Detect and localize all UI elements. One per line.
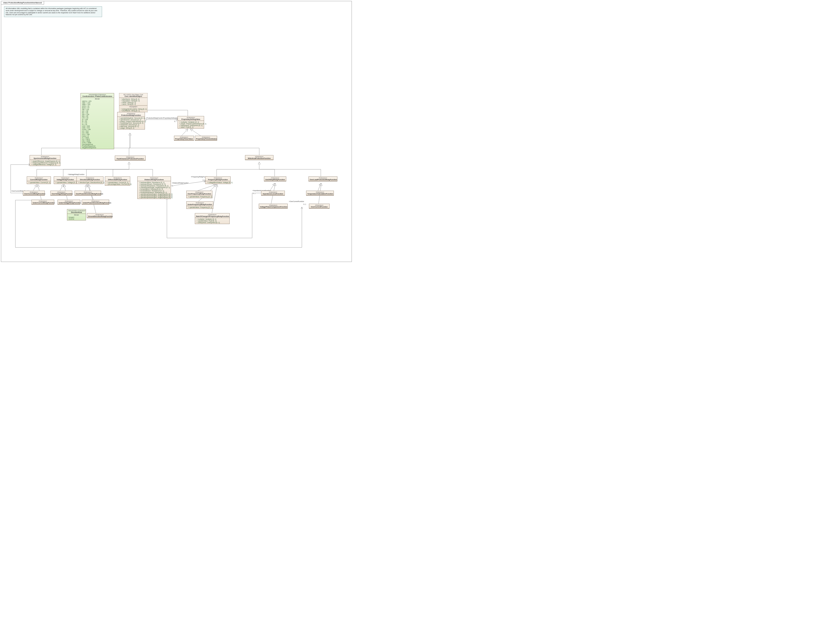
role-psv: +ProprietarySettingValue (162, 117, 180, 119)
mult-psv: 0..* (174, 120, 177, 122)
class-grounddirectionrelayfunction[interactable]: «Extension»GroundDirectionRelayFunction (87, 213, 112, 218)
class-phasecodeextension[interactable]: «enumeration,Extension»CoreExtension::Ph… (81, 93, 114, 149)
class-proprietarysettingvalue[interactable]: «Extension»ProprietarySettingValue + mul… (178, 116, 204, 129)
class-overcurrentfunction[interactable]: «Extension»OverCurrentFunction (309, 204, 330, 209)
role-prf: +ProtectionRelayFunction (145, 117, 164, 119)
class-proprietarytimervalue[interactable]: «Extension»ProprietaryTimerValue (174, 136, 194, 141)
class-voltagerelayfunction[interactable]: «Extension»VoltageRelayFunction + operat… (54, 177, 77, 184)
mult-ocf: 0..1 (303, 204, 306, 205)
class-overvoltagerelayfunction[interactable]: «Extension»OverVoltageRelayFunction (51, 191, 72, 196)
class-directionalrelayfunction[interactable]: «Extension»DirectionalRelayFunction + di… (76, 177, 103, 184)
svg-line-3 (191, 129, 201, 136)
diagram-canvas: class ProtectionRelayFunctionInheritance… (1, 1, 352, 262)
role-drf: +DistanceRelayFunction (172, 182, 189, 184)
class-proprietarythresholdvalue[interactable]: «Extension»ProprietaryThresholdvalue (195, 136, 217, 141)
class-overcurrentrelayfunction[interactable]: «Extension»OverCurrentRelayFunction (23, 191, 45, 196)
mult-ilf: 0..1 (253, 193, 256, 194)
class-differentialrelayfunction[interactable]: «Extension»DifferentialRelayFuntion + op… (105, 177, 130, 186)
class-rocof[interactable]: «Extension»RateOfChangeOfFrequencyRelayF… (195, 213, 230, 224)
class-temperaturecalculationfunction[interactable]: «Extension»TemperatureCalculationFunctio… (306, 191, 334, 196)
mult-frf: 0..1 (202, 179, 205, 181)
svg-line-8 (85, 185, 87, 191)
class-voltagephasecomparisonfunction[interactable]: «Extension»VoltagePhaseComparisonFunctio… (259, 204, 287, 209)
class-underfrequencyrelayfunction[interactable]: «Extension»UnderFrequencyRelayFunction +… (186, 201, 213, 209)
class-faultclearance[interactable]: «Extension»FaultClearanceProtectionFunct… (115, 156, 145, 161)
class-overpowerdirectionrelayfunction[interactable]: «Extension»OverPowerDirectionRelayFuncti… (74, 191, 101, 196)
class-synchrocheck[interactable]: «Extension»SynchrocheckRelayFunction + a… (30, 155, 60, 166)
informative-note: All informative UML modelling that is co… (4, 6, 102, 17)
class-undercurrentrelayfunction[interactable]: «Extension»UnderCurrentRelayFunction (32, 200, 54, 205)
mult-drf: 0..* (172, 185, 174, 186)
role-ocf: +OverCurrentFunction (289, 201, 305, 202)
svg-line-2 (182, 129, 188, 136)
class-frequencyrelayfunction[interactable]: «Extension»FrequencyRelayFunction + volt… (205, 177, 231, 184)
svg-line-10 (89, 185, 96, 213)
class-identifiedobject[interactable]: IEC 61970::Grid::Base::CoreCore::Identif… (119, 93, 147, 112)
role-vrf: +ValotageRelayFunction (68, 174, 85, 175)
class-outofsteprelayfunction[interactable]: «Extension»OutOfStepRelayFunction (264, 177, 286, 182)
class-directionkind[interactable]: «enumeration,Extension»DirectionKind lit… (67, 209, 86, 220)
class-undervoltagerelayfunction[interactable]: «Extension»UnderVoltageRelayFunction (57, 200, 80, 205)
class-impedancelocusfunction[interactable]: «Extension»ImpedanceLocusFunction (261, 191, 285, 196)
svg-line-14 (212, 185, 217, 213)
svg-line-12 (198, 185, 215, 191)
class-currentrelayfunction[interactable]: «Extension»CurrentRelayFunction + operat… (27, 177, 51, 184)
class-overfrequencyrelayfunction[interactable]: «Extension»OverFrequencyRelayFunction + … (186, 191, 212, 198)
diagram-title: class ProtectionRelayFunctionInheritance… (1, 1, 44, 5)
class-protectionrelayfunction[interactable]: «Extension»ProtectionRelayFunction + ope… (117, 112, 145, 130)
class-overloadprotectionrelayfunction[interactable]: «Extension»OverLoadProtectionRelayFuncti… (308, 177, 337, 182)
svg-line-4 (33, 185, 37, 191)
class-underpowerdirectionrelayfunction[interactable]: «Extension»UnderPowerDirectionRelayFunct… (82, 200, 109, 205)
connectors (1, 1, 352, 262)
class-widearea[interactable]: «Extension»WideAreaProtectionFunction (245, 155, 273, 160)
svg-line-6 (60, 185, 63, 191)
class-distancerelayfunction[interactable]: «Extension»DistanceRelayFunctione + back… (137, 177, 171, 199)
svg-line-17 (318, 183, 321, 191)
